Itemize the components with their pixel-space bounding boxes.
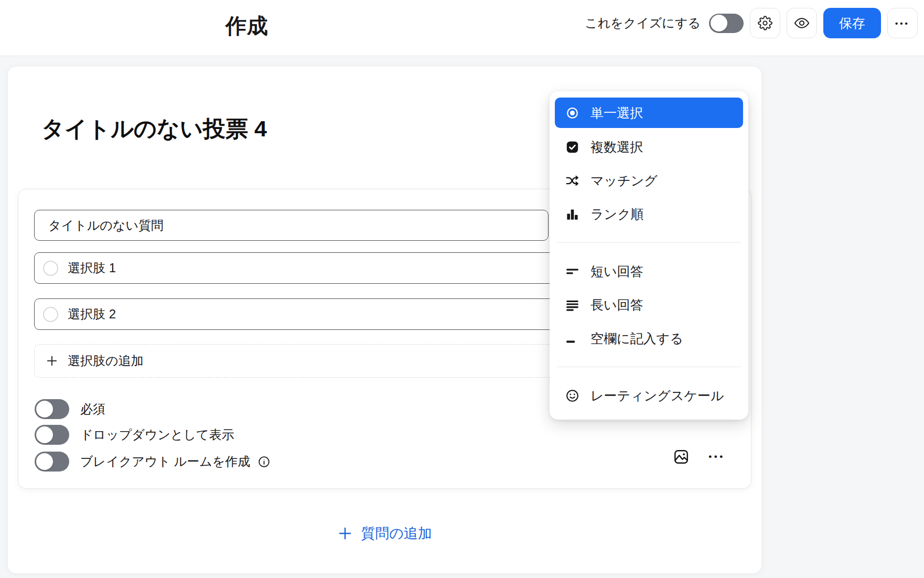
toggle-knob [36,426,53,443]
menu-item-fill-blank[interactable]: 空欄に記入する [555,322,743,355]
menu-item-short-answer[interactable]: 短い回答 [555,254,743,288]
header: 作成 これをクイズにする 保存 ••• [0,0,924,56]
choice-label: 選択肢 2 [68,306,116,323]
menu-item-label: 空欄に記入する [590,330,683,347]
question-title-input[interactable]: タイトルのない質問 [34,210,549,241]
radio-icon [43,307,58,322]
menu-divider [557,242,741,243]
smiley-icon [565,389,579,403]
menu-item-long-answer[interactable]: 長い回答 [555,288,743,322]
radio-icon [565,106,579,120]
fill-blank-icon [565,331,579,346]
ellipsis-icon: ••• [895,19,910,28]
toggle-knob [36,453,53,470]
menu-item-rating-scale[interactable]: レーティングスケール [555,379,743,412]
required-label: 必須 [80,401,105,418]
add-question-button[interactable]: 質問の追加 [8,524,761,543]
page-title: 作成 [225,12,268,40]
choice-label: 選択肢 1 [68,260,116,276]
settings-button[interactable] [750,8,780,38]
dropdown-label: ドロップダウンとして表示 [80,426,234,443]
menu-item-label: マッチング [590,172,658,189]
plus-icon [45,354,59,368]
shuffle-icon [565,174,579,188]
ellipsis-icon: ••• [708,452,725,462]
image-icon [673,448,690,465]
menu-item-label: レーティングスケール [590,387,724,404]
menu-item-label: 単一選択 [590,104,643,122]
save-button[interactable]: 保存 [823,8,881,38]
menu-item-label: 長い回答 [590,296,643,314]
dropdown-toggle-row: ドロップダウンとして表示 [35,425,234,445]
dropdown-toggle[interactable] [35,425,69,445]
required-toggle-row: 必須 [35,399,105,419]
question-type-menu: 単一選択 複数選択 マッチング [550,91,748,420]
menu-divider [557,367,741,367]
header-controls: これをクイズにする 保存 ••• [585,6,918,40]
short-answer-icon [565,264,579,279]
add-choice-label: 選択肢の追加 [68,352,144,369]
breakout-label: ブレイクアウト ルームを作成 [80,453,250,470]
eye-icon [794,15,810,31]
radio-icon [43,261,58,276]
menu-item-single-choice[interactable]: 単一選択 [555,98,743,128]
long-answer-icon [565,298,579,312]
preview-button[interactable] [787,8,817,38]
required-toggle[interactable] [35,399,69,419]
breakout-toggle[interactable] [35,452,69,472]
poll-title[interactable]: タイトルのない投票 4 [41,114,267,144]
question-more-button[interactable]: ••• [705,445,728,468]
plus-icon [337,526,353,541]
menu-item-label: ランク順 [590,206,644,223]
more-button[interactable]: ••• [887,8,918,38]
menu-item-multiple-choice[interactable]: 複数選択 [555,130,743,164]
gear-icon [758,16,772,30]
info-icon[interactable] [257,455,271,468]
quiz-toggle[interactable] [709,14,744,33]
menu-item-label: 短い回答 [590,263,643,280]
toggle-knob [36,401,53,418]
menu-item-rank-order[interactable]: ランク順 [555,197,743,231]
add-question-label: 質問の追加 [361,524,432,543]
bar-chart-icon [565,207,579,221]
menu-item-matching[interactable]: マッチング [555,164,743,197]
menu-item-label: 複数選択 [590,138,643,156]
add-image-button[interactable] [670,445,693,468]
quiz-toggle-label: これをクイズにする [585,15,701,31]
checkbox-icon [565,140,579,154]
toggle-knob [711,15,727,31]
breakout-toggle-row: ブレイクアウト ルームを作成 [35,452,271,472]
question-title-value: タイトルのない質問 [48,217,164,234]
